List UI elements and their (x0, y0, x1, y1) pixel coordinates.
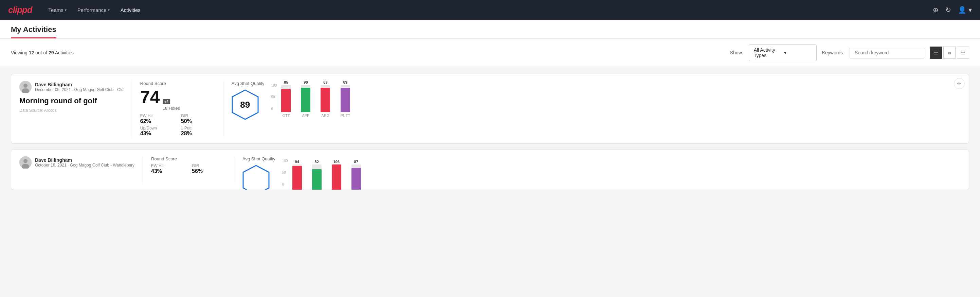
bar-outer (281, 85, 291, 112)
y-axis: 100 50 0 (282, 159, 288, 186)
bar-chart: 100 50 0 85OTT90APP89ARG89PUTT (271, 84, 961, 118)
bar-value: 89 (343, 80, 347, 84)
holes-label: 18 Holes (163, 106, 180, 111)
user-row: Dave Billingham October 16, 2021 · Gog M… (19, 156, 134, 169)
stats-section: Round Score FW Hit 43% GIR 56% (151, 156, 226, 174)
add-icon[interactable]: ⊕ (933, 6, 939, 14)
page-title: My Activities (11, 25, 56, 38)
bar-label: OTT (282, 113, 290, 118)
gir-stat: GIR 56% (192, 163, 226, 174)
bar-group: 94 (293, 160, 302, 190)
refresh-icon[interactable]: ↻ (945, 6, 951, 14)
nav-teams[interactable]: Teams ▾ (49, 7, 67, 13)
bar-fill (301, 88, 310, 112)
quality-label: Avg Shot Quality (242, 156, 275, 161)
stat-pairs: FW Hit 62% GIR 50% Up/Down 43% 1 Putt 28… (140, 113, 215, 137)
bar-outer (332, 164, 341, 190)
user-date: December 05, 2021 · Gog Magog Golf Club … (35, 87, 124, 92)
nav-activities[interactable]: Activities (121, 7, 141, 13)
keyword-search-input[interactable] (850, 47, 924, 59)
score-row: 74 +4 18 Holes (140, 88, 215, 111)
show-label: Show: (730, 50, 743, 55)
hexagon (242, 165, 270, 190)
bar-fill (332, 164, 341, 190)
user-name: Dave Billingham (35, 157, 134, 163)
user-row: Dave Billingham December 05, 2021 · Gog … (19, 81, 124, 93)
bar-label: ARG (321, 113, 329, 118)
page-header: My Activities (0, 20, 980, 39)
bar-value: 87 (354, 160, 358, 164)
bar-group: 89ARG (321, 80, 330, 118)
viewing-text: Viewing 12 out of 29 Activities (11, 50, 74, 55)
list-view-button[interactable]: ☰ (930, 46, 942, 59)
bar-group: 89PUTT (340, 80, 350, 118)
navbar: clippd Teams ▾ Performance ▾ Activities … (0, 0, 980, 20)
score-badge: +4 (163, 99, 170, 104)
chevron-down-icon: ▾ (108, 8, 110, 12)
bar-outer (321, 85, 330, 112)
bar-group: 85OTT (281, 80, 291, 118)
hexagon: 89 (232, 89, 259, 120)
activity-type-dropdown[interactable]: All Activity Types ▾ (749, 44, 817, 61)
bar-fill (352, 168, 361, 190)
bar-outer (340, 85, 350, 112)
bar-outer (312, 164, 321, 190)
bar-fill (321, 88, 330, 112)
divider (132, 81, 132, 137)
chevron-down-icon: ▾ (784, 50, 811, 55)
bar-outer (301, 85, 310, 112)
bar-group: 82 (312, 160, 321, 190)
card-left: Dave Billingham December 05, 2021 · Gog … (19, 81, 124, 113)
quality-section: Avg Shot Quality 100 50 0 948210687 (242, 156, 961, 190)
card-source: Data Source: Arccos (19, 108, 124, 113)
user-info: Dave Billingham October 16, 2021 · Gog M… (35, 157, 134, 168)
svg-point-1 (24, 84, 27, 88)
bar-label: PUTT (340, 113, 350, 118)
gir-stat: GIR 50% (181, 113, 215, 125)
compact-icon: ☰ (961, 50, 966, 55)
user-date: October 16, 2021 · Gog Magog Golf Club -… (35, 163, 134, 168)
user-name: Dave Billingham (35, 82, 124, 87)
activity-card: Dave Billingham October 16, 2021 · Gog M… (11, 149, 969, 190)
stat-pairs: FW Hit 43% GIR 56% (151, 163, 226, 174)
bar-value: 85 (284, 80, 288, 84)
bars-container: 100 50 0 948210687 (282, 159, 961, 190)
list-icon: ☰ (934, 50, 938, 55)
card-left: Dave Billingham October 16, 2021 · Gog M… (19, 156, 134, 172)
user-info: Dave Billingham December 05, 2021 · Gog … (35, 82, 124, 92)
updown-stat: Up/Down 43% (140, 126, 174, 137)
divider (234, 156, 234, 183)
svg-point-5 (24, 159, 27, 163)
quality-block: Avg Shot Quality (242, 156, 275, 190)
grid-icon: ⧈ (948, 50, 951, 56)
filter-bar: Viewing 12 out of 29 Activities Show: Al… (0, 39, 980, 67)
avatar (19, 81, 32, 93)
compact-view-button[interactable]: ☰ (957, 46, 969, 59)
view-toggle: ☰ ⧈ ☰ (930, 46, 969, 59)
fw-hit-stat: FW Hit 62% (140, 113, 174, 125)
grid-view-button[interactable]: ⧈ (943, 46, 956, 59)
nav-right-actions: ⊕ ↻ 👤 ▾ (933, 6, 972, 14)
bar-value: 94 (295, 160, 299, 164)
bar-value: 90 (304, 80, 308, 84)
svg-marker-7 (243, 166, 269, 190)
user-menu-icon[interactable]: 👤 ▾ (958, 6, 972, 14)
bar-group: 87 (352, 160, 361, 190)
score-big: 74 (140, 88, 160, 106)
one-putt-stat: 1 Putt 28% (181, 126, 215, 137)
activity-card: ✏ Dave Billingham December 05, 2021 · Go… (11, 74, 969, 144)
logo[interactable]: clippd (8, 5, 32, 15)
hex-score: 89 (240, 99, 250, 110)
y-axis: 100 50 0 (271, 84, 277, 111)
quality-section: Avg Shot Quality 89 100 50 0 85OTT90APP8 (232, 81, 961, 120)
chevron-down-icon: ▾ (65, 8, 67, 12)
bar-value: 106 (333, 160, 339, 164)
bar-fill (281, 89, 291, 112)
round-score-label: Round Score (140, 81, 215, 86)
round-score-label: Round Score (151, 156, 226, 161)
nav-performance[interactable]: Performance ▾ (78, 7, 110, 13)
bar-outer (293, 164, 302, 190)
stats-section: Round Score 74 +4 18 Holes FW Hit 62% GI… (140, 81, 215, 137)
fw-hit-stat: FW Hit 43% (151, 163, 185, 174)
quality-block: Avg Shot Quality 89 (232, 81, 264, 120)
